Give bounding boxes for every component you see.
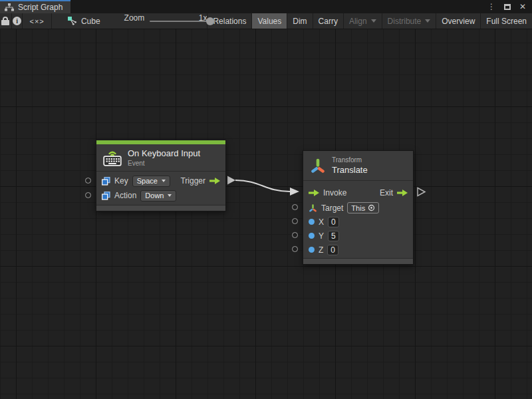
maximize-icon[interactable] <box>504 4 511 10</box>
transform-node-footer <box>303 258 413 264</box>
code-icon: <×> <box>29 17 44 25</box>
node-category: Transform <box>332 156 368 164</box>
target-input-port[interactable] <box>292 204 298 210</box>
transform-axes-icon <box>309 203 317 213</box>
lock-icon <box>1 17 9 25</box>
event-node-header: On Keyboard Input Event <box>96 144 225 171</box>
toolbar-button-group: Relations Values Dim Carry Align Distrib… <box>207 13 532 29</box>
connection-layer <box>0 29 532 399</box>
z-label: Z <box>319 245 323 255</box>
key-input-port[interactable] <box>85 178 91 184</box>
y-row: Y 5 <box>303 229 413 243</box>
y-label: Y <box>319 231 324 241</box>
zoom-label: Zoom <box>124 13 145 29</box>
carry-button[interactable]: Carry <box>313 13 343 29</box>
node-title: Translate <box>332 165 368 175</box>
script-graph-icon <box>5 3 14 11</box>
on-keyboard-input-node[interactable]: On Keyboard Input Event Key Space Trigge… <box>96 140 226 211</box>
chevron-down-icon <box>168 194 172 197</box>
close-icon[interactable]: ✕ <box>519 3 526 11</box>
value-pair-icon <box>102 177 110 186</box>
chevron-down-icon <box>162 180 166 182</box>
chevron-down-icon <box>425 19 430 23</box>
values-button[interactable]: Values <box>251 13 287 29</box>
value-port-icon <box>309 233 315 239</box>
exit-label: Exit <box>380 188 393 198</box>
tab-script-graph[interactable]: Script Graph <box>0 0 70 13</box>
target-scope-icon <box>368 204 375 211</box>
info-button[interactable]: i <box>12 13 23 29</box>
event-node-body: Key Space Trigger Action <box>96 171 225 205</box>
key-row: Key Space Trigger <box>96 174 225 188</box>
event-node-footer <box>96 205 225 211</box>
node-title: On Keyboard Input <box>128 148 200 158</box>
graph-canvas[interactable]: On Keyboard Input Event Key Space Trigge… <box>0 29 532 399</box>
graph-target: Cube <box>68 13 100 29</box>
target-object-label: Cube <box>81 17 100 26</box>
target-label: Target <box>321 203 343 213</box>
chevron-down-icon <box>371 19 376 23</box>
z-input-port[interactable] <box>292 246 298 252</box>
value-port-icon <box>309 247 315 253</box>
action-label: Action <box>114 191 136 200</box>
lock-button[interactable] <box>0 13 12 29</box>
trigger-to-invoke-wire[interactable] <box>235 180 290 192</box>
keyboard-event-icon <box>103 149 122 166</box>
x-value-field[interactable]: 0 <box>328 217 339 227</box>
flow-arrow-icon <box>309 190 319 196</box>
overview-button[interactable]: Overview <box>436 13 480 29</box>
transform-node-header: Transform Translate <box>303 151 413 180</box>
z-value-field[interactable]: 0 <box>327 245 338 255</box>
invoke-row: Invoke Exit <box>303 185 413 201</box>
distribute-button[interactable]: Distribute <box>382 13 436 29</box>
tab-title: Script Graph <box>18 3 63 12</box>
key-label: Key <box>114 176 128 186</box>
graph-pointer-icon <box>68 17 77 25</box>
x-label: X <box>319 217 324 227</box>
value-port-icon <box>309 219 315 225</box>
y-input-port[interactable] <box>292 232 298 238</box>
value-pair-icon <box>102 192 110 200</box>
title-bar: Script Graph ⋮ ✕ <box>0 0 532 13</box>
node-subtitle: Event <box>128 160 200 167</box>
menu-icon[interactable]: ⋮ <box>487 3 495 11</box>
info-icon: i <box>13 17 21 25</box>
align-button[interactable]: Align <box>343 13 382 29</box>
transform-node-body: Invoke Exit Target This <box>303 180 413 258</box>
flow-arrow-icon <box>397 190 408 196</box>
target-object-chip[interactable]: This <box>347 202 379 213</box>
transform-axes-icon <box>310 156 326 175</box>
key-dropdown[interactable]: Space <box>132 176 170 187</box>
trigger-label: Trigger <box>180 176 205 186</box>
y-value-field[interactable]: 5 <box>328 231 339 241</box>
graph-toolbar: i <×> Cube Zoom 1x Relations Values Dim … <box>0 13 532 29</box>
window-controls: ⋮ ✕ <box>487 0 532 13</box>
zoom-slider[interactable] <box>150 13 194 29</box>
exit-port-triangle[interactable] <box>418 188 425 196</box>
fullscreen-button[interactable]: Full Screen <box>480 13 532 29</box>
x-input-port[interactable] <box>292 218 298 224</box>
z-row: Z 0 <box>303 243 413 257</box>
invoke-port-arrow[interactable] <box>290 188 299 196</box>
x-row: X 0 <box>303 215 413 229</box>
target-row: Target This <box>303 201 413 215</box>
edit-graph-button[interactable]: <×> <box>23 13 52 29</box>
dim-button[interactable]: Dim <box>287 13 312 29</box>
action-dropdown[interactable]: Down <box>140 190 176 201</box>
action-row: Action Down <box>96 188 225 203</box>
invoke-label: Invoke <box>323 188 346 198</box>
flow-arrow-icon <box>209 178 220 184</box>
trigger-port-arrow[interactable] <box>227 176 235 185</box>
action-input-port[interactable] <box>85 192 91 198</box>
transform-translate-node[interactable]: Transform Translate Invoke Exit <box>303 150 414 265</box>
